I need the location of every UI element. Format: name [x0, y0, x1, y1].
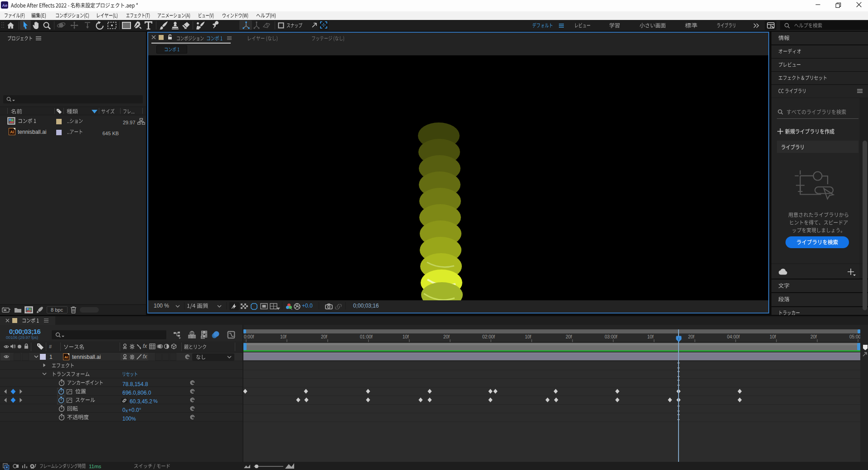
svg-text:Ai: Ai — [64, 355, 68, 359]
svg-text:Ai: Ai — [10, 130, 14, 134]
svg-text:Ae: Ae — [2, 3, 8, 8]
